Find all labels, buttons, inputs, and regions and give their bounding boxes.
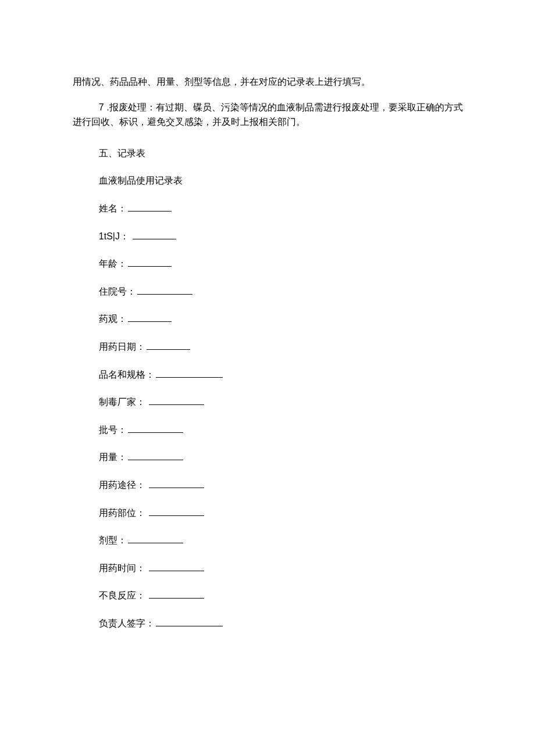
field-label: 住院号： [99,286,136,296]
field-tsij: 1tS|J： [73,229,465,244]
section-heading-5: 五、记录表 [73,146,465,161]
field-label: 年龄： [99,259,127,268]
field-blank [149,479,204,488]
field-site: 用药部位： [73,506,465,521]
field-blank [149,589,204,599]
field-label: 用药途径： [99,480,145,490]
field-blank [147,341,190,350]
field-manufacturer: 制毒厂家： [73,395,465,410]
field-label: 负责人签字： [99,618,155,628]
field-label: 姓名： [99,203,127,213]
field-label: 批号： [99,425,127,435]
field-blank [137,285,192,295]
numbered-item-7: 7 .报废处理：有过期、碟员、污染等情况的血液制品需进行报废处理，要采取正确的方… [73,100,465,130]
paragraph-text: 用情况、药品品种、用量、剂型等信息，并在对应的记录表上进行填写。 [73,77,370,87]
field-blank [156,368,223,378]
field-label: 品名和规格： [99,370,155,379]
field-blank [156,617,223,626]
field-label: 不良反应： [99,590,145,600]
field-blank [128,451,183,460]
field-label: 制毒厂家： [99,397,145,407]
item-text: 报废处理：有过期、碟员、污染等情况的血液制品需进行报废处理，要采取正确的方式进行… [73,102,463,127]
form-title: 血液制品使用记录表 [73,173,465,188]
field-blank [133,230,176,239]
paragraph-continuation: 用情况、药品品种、用量、剂型等信息，并在对应的记录表上进行填写。 [73,74,465,89]
field-blank [128,257,172,267]
field-label: 用药日期： [99,342,145,352]
field-label: 用药时间： [99,563,145,573]
item-number: 7 . [99,102,109,112]
field-age: 年龄： [73,256,465,271]
section-heading-text: 五、记录表 [99,148,145,158]
field-blank [149,562,204,571]
field-label: 药观： [99,314,127,324]
field-hospital-no: 住院号： [73,284,465,299]
field-form-type: 剂型： [73,533,465,548]
field-dosage: 用量： [73,450,465,465]
field-name: 姓名： [73,201,465,216]
field-route: 用药途径： [73,478,465,493]
form-title-text: 血液制品使用记录表 [99,175,183,185]
field-signature: 负责人签字： [73,616,465,631]
field-label: 1tS|J： [99,231,129,241]
field-yaoguan: 药观： [73,311,465,327]
field-blank [128,202,172,212]
field-blank [128,424,183,433]
field-blank [149,507,204,516]
field-blank [128,313,172,322]
field-label: 用药部位： [99,508,145,518]
field-med-time: 用药时间： [73,561,465,576]
field-blank [128,534,183,543]
field-blank [149,396,204,405]
field-adverse-reaction: 不良反应： [73,588,465,603]
field-batch-no: 批号： [73,422,465,438]
field-label: 剂型： [99,535,127,545]
field-med-date: 用药日期： [73,339,465,354]
field-label: 用量： [99,452,127,462]
field-name-spec: 品名和规格： [73,367,465,382]
